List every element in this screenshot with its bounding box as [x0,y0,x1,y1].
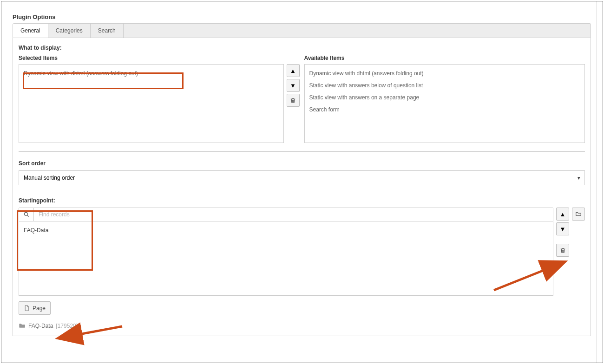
available-items-label: Available Items [304,55,585,61]
list-item[interactable]: FAQ-Data [24,226,548,234]
tab-search[interactable]: Search [91,24,124,38]
available-items-list[interactable]: Dynamic view with dhtml (answers folding… [304,64,585,143]
list-item[interactable]: Static view with answers below of questi… [309,79,581,91]
move-down-button[interactable]: ▼ [287,79,300,92]
result-id: [179520] [56,323,78,329]
startingpoint-result: FAQ-Data [179520] [19,322,585,329]
general-panel: What to display: Selected Items Dynamic … [13,38,591,336]
divider [19,151,585,152]
list-item[interactable]: Search form [309,104,581,116]
delete-button[interactable] [287,94,300,107]
selected-items-list[interactable]: Dynamic view with dhtml (answers folding… [19,64,284,143]
what-to-display-label: What to display: [19,45,585,51]
records-list[interactable]: FAQ-Data [19,221,553,296]
folder-icon [19,322,26,329]
app-frame: Plugin Options General Categories Search… [1,1,603,363]
triangle-down-icon: ▼ [560,226,566,233]
record-move-down-button[interactable]: ▼ [556,222,569,235]
triangle-up-icon: ▲ [560,211,566,218]
plugin-options-title: Plugin Options [13,13,591,20]
tabs: General Categories Search [13,23,591,38]
triangle-up-icon: ▲ [290,67,296,74]
move-up-button[interactable]: ▲ [287,64,300,77]
page-button-label: Page [33,305,46,312]
sort-order-label: Sort order [19,160,585,167]
find-records-input[interactable] [34,208,553,221]
result-label: FAQ-Data [28,323,53,329]
trash-icon [560,247,566,254]
triangle-down-icon: ▼ [290,82,296,89]
list-item[interactable]: Dynamic view with dhtml (answers folding… [309,67,581,79]
page-icon [24,305,30,312]
folder-icon [575,211,582,217]
startingpoint-label: Startingpoint: [19,197,585,204]
inner-wrap: Plugin Options General Categories Search… [7,1,597,363]
svg-point-0 [24,212,27,215]
browse-folder-button[interactable] [572,208,585,221]
sort-order-select[interactable]: Manual sorting order [19,170,585,185]
tab-categories[interactable]: Categories [48,24,91,38]
page-button[interactable]: Page [19,301,51,315]
tab-general[interactable]: General [13,24,48,38]
search-icon [19,208,34,221]
record-delete-button[interactable] [556,244,569,257]
selected-items-label: Selected Items [19,55,300,61]
record-move-up-button[interactable]: ▲ [556,208,569,221]
list-item[interactable]: Static view with answers on a separate p… [309,91,581,104]
list-item[interactable]: Dynamic view with dhtml (answers folding… [23,67,280,79]
trash-icon [290,98,296,104]
